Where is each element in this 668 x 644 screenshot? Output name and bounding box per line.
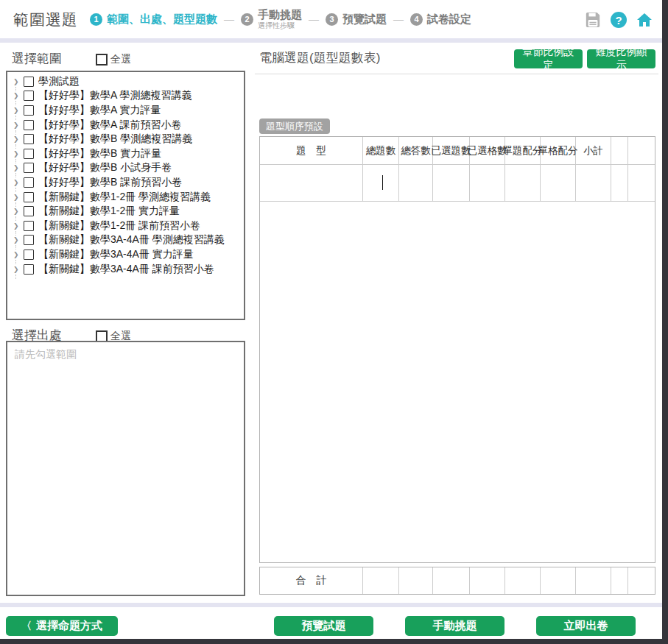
cell-question-type[interactable] xyxy=(260,165,363,202)
header-divider xyxy=(0,38,662,43)
step-4-number: 4 xyxy=(410,13,423,26)
tree-item-checkbox[interactable] xyxy=(24,163,34,173)
tree-item[interactable]: ❯【新關鍵】數學3A-4A冊 課前預習小卷 xyxy=(7,262,244,277)
header-icons: ? xyxy=(584,11,653,29)
step-1-range[interactable]: 1 範圍、出處、題型題數 xyxy=(90,13,217,26)
cell-subtotal[interactable] xyxy=(576,165,611,202)
chapter-ratio-button[interactable]: 章節比例設定 xyxy=(514,49,583,68)
difficulty-ratio-button[interactable]: 難度比例顯示 xyxy=(587,49,655,68)
col-header-empty xyxy=(628,137,655,165)
tree-item-checkbox[interactable] xyxy=(24,149,34,159)
tree-item-checkbox[interactable] xyxy=(24,120,34,130)
generate-paper-button[interactable]: 立即出卷 xyxy=(536,616,636,636)
step-3-preview[interactable]: 3 預覽試題 xyxy=(326,13,387,26)
step-3-number: 3 xyxy=(326,13,338,26)
chevron-left-icon: 〈 xyxy=(21,620,32,633)
col-header-points-per-question: 單題配分 xyxy=(505,137,541,165)
col-header-question-type: 題 型 xyxy=(260,137,363,165)
expand-icon[interactable]: ❯ xyxy=(13,150,24,158)
tree-item-checkbox[interactable] xyxy=(24,235,34,245)
total-points-per-question-value xyxy=(505,567,541,594)
cell-points-per-blank[interactable] xyxy=(541,165,576,202)
total-row: 合 計 xyxy=(259,567,655,595)
tree-item[interactable]: ❯【好好學】數學B 小試身手卷 xyxy=(7,161,244,176)
back-to-method-button[interactable]: 〈 選擇命題方式 xyxy=(6,616,118,636)
tree-item[interactable]: ❯【好好學】數學B 學測總複習講義 xyxy=(7,132,244,146)
tree-item[interactable]: ❯【新關鍵】數學1-2冊 學測總複習講義 xyxy=(7,190,244,205)
range-select-all[interactable]: 全選 xyxy=(96,53,131,66)
step-dash: — xyxy=(393,13,404,25)
step-2-label: 手動挑題 xyxy=(258,9,302,21)
tree-item-checkbox[interactable] xyxy=(24,134,34,144)
step-2-manual[interactable]: 2 手動挑題 選擇性步驟 xyxy=(241,9,302,29)
tree-item-checkbox[interactable] xyxy=(24,250,34,260)
tree-item[interactable]: ❯學測試題 xyxy=(7,74,244,89)
cell-selected-blanks[interactable] xyxy=(470,165,505,202)
question-type-preset-badge[interactable]: 題型順序預設 xyxy=(259,118,330,134)
computer-selection-title: 電腦選題(題型題數表) xyxy=(259,49,380,66)
expand-icon[interactable]: ❯ xyxy=(13,107,24,114)
expand-icon[interactable]: ❯ xyxy=(13,179,24,186)
total-label: 合 計 xyxy=(260,567,363,594)
table-data-row[interactable] xyxy=(260,165,655,202)
col-header-total-questions: 總題數 xyxy=(363,137,399,165)
tree-item[interactable]: ❯【好好學】數學A 學測總複習講義 xyxy=(7,89,244,104)
header: 範圍選題 1 範圍、出處、題型題數 — 2 手動挑題 選擇性步驟 — 3 預覽試… xyxy=(0,0,662,38)
cell-selected-questions[interactable] xyxy=(433,165,470,202)
cell-total-questions[interactable] xyxy=(363,165,399,202)
save-icon[interactable] xyxy=(584,11,602,29)
tree-item[interactable]: ❯【新關鍵】數學1-2冊 實力評量 xyxy=(7,204,244,219)
step-dash: — xyxy=(309,13,319,25)
tree-item[interactable]: ❯【新關鍵】數學3A-4A冊 實力評量 xyxy=(7,247,244,262)
col-header-selected-blanks: 已選格數 xyxy=(470,137,505,165)
expand-icon[interactable]: ❯ xyxy=(13,251,24,258)
source-list-box[interactable]: 請先勾選範圍 xyxy=(6,341,245,596)
col-header-total-answers: 總答數 xyxy=(399,137,433,165)
expand-icon[interactable]: ❯ xyxy=(13,194,24,201)
expand-icon[interactable]: ❯ xyxy=(13,222,24,230)
manual-pick-button[interactable]: 手動挑題 xyxy=(405,616,504,636)
app-window: 範圍選題 1 範圍、出處、題型題數 — 2 手動挑題 選擇性步驟 — 3 預覽試… xyxy=(0,0,662,639)
expand-icon[interactable]: ❯ xyxy=(13,208,24,215)
col-header-empty xyxy=(611,137,628,165)
tree-item-checkbox[interactable] xyxy=(24,105,34,116)
tree-item-checkbox[interactable] xyxy=(24,221,34,231)
total-selected-questions-value xyxy=(433,567,470,594)
footer-bar: 〈 選擇命題方式 預覽試題 手動挑題 立即出卷 xyxy=(0,607,662,639)
range-tree: ❯學測試題 ❯【好好學】數學A 學測總複習講義 ❯【好好學】數學A 實力評量 ❯… xyxy=(7,72,244,276)
tree-item[interactable]: ❯【好好學】數學B 課前預習小卷 xyxy=(7,175,244,190)
range-select-all-checkbox[interactable] xyxy=(96,54,108,66)
tree-item[interactable]: ❯【好好學】數學B 實力評量 xyxy=(7,146,244,161)
expand-icon[interactable]: ❯ xyxy=(13,92,24,99)
step-dash: — xyxy=(224,13,234,25)
home-icon[interactable] xyxy=(636,11,653,29)
step-3-label: 預覽試題 xyxy=(342,13,387,26)
tree-item-checkbox[interactable] xyxy=(24,192,34,202)
tree-item[interactable]: ❯【新關鍵】數學3A-4A冊 學測總複習講義 xyxy=(7,233,244,248)
expand-icon[interactable]: ❯ xyxy=(13,135,24,143)
preview-questions-button[interactable]: 預覽試題 xyxy=(274,616,373,636)
cell-points-per-question[interactable] xyxy=(505,165,541,202)
step-2-sublabel: 選擇性步驟 xyxy=(258,21,302,29)
expand-icon[interactable]: ❯ xyxy=(13,78,24,85)
step-4-settings[interactable]: 4 試卷設定 xyxy=(410,13,471,26)
help-icon[interactable]: ? xyxy=(610,11,627,29)
tree-item[interactable]: ❯【好好學】數學A 實力評量 xyxy=(7,103,244,118)
total-answers-value xyxy=(399,567,433,594)
expand-icon[interactable]: ❯ xyxy=(13,164,24,171)
total-points-per-blank-value xyxy=(541,567,576,594)
expand-icon[interactable]: ❯ xyxy=(13,266,24,273)
title-divider xyxy=(255,74,658,74)
tree-item[interactable]: ❯【好好學】數學A 課前預習小卷 xyxy=(7,118,244,132)
tree-item[interactable]: ❯【新關鍵】數學1-2冊 課前預習小卷 xyxy=(7,219,244,233)
step-4-label: 試卷設定 xyxy=(427,13,471,26)
tree-item-checkbox[interactable] xyxy=(24,206,34,216)
col-header-subtotal: 小計 xyxy=(576,137,611,165)
tree-item-checkbox[interactable] xyxy=(24,77,34,87)
expand-icon[interactable]: ❯ xyxy=(13,121,24,129)
tree-item-checkbox[interactable] xyxy=(24,91,34,101)
tree-item-checkbox[interactable] xyxy=(24,264,34,275)
tree-item-checkbox[interactable] xyxy=(24,177,34,188)
expand-icon[interactable]: ❯ xyxy=(13,236,24,244)
cell-total-answers[interactable] xyxy=(399,165,433,202)
